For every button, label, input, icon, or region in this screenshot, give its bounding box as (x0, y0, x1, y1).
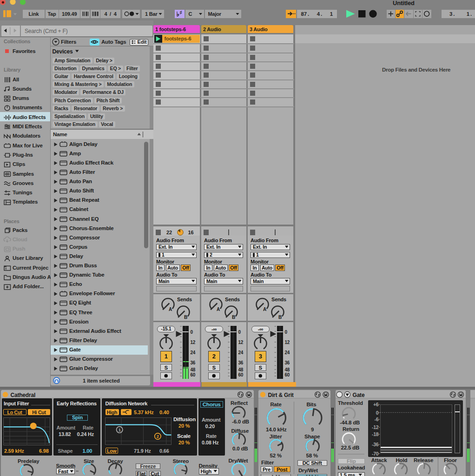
svg-text:2: 2 (157, 434, 159, 439)
